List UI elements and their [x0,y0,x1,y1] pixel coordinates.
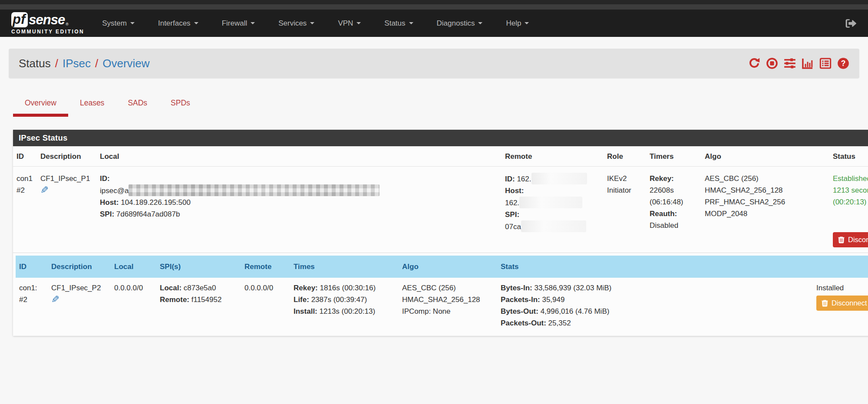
cell-role: IKEv2 Initiator [604,167,646,253]
panel-title: IPsec Status [13,130,868,146]
stop-icon[interactable] [766,57,778,69]
child-sa-container-row: ID Description Local SPI(s) Remote Times… [13,253,868,336]
cell-algo: AES_CBC (256) HMAC_SHA2_256_128 PRF_HMAC… [701,167,829,253]
chevron-down-icon [310,22,314,24]
ike-sa-row: con1 #2 CF1_IPsec_P1 ✎ ID: ipsec@a Host:… [13,167,868,253]
help-icon[interactable]: ? [837,57,849,69]
ike-header-row: ID Description Local Remote Role Timers … [13,146,868,167]
disconnect-button[interactable]: Disconnect [816,296,868,311]
cell-remote: 0.0.0.0/0 [241,278,290,333]
logo-pf: pf [11,12,28,27]
nav-menu: System Interfaces Firewall Services VPN … [90,10,541,37]
child-header-row: ID Description Local SPI(s) Remote Times… [16,256,868,278]
nav-item-diagnostics[interactable]: Diagnostics [425,10,495,37]
ipsec-status-panel: IPsec Status ID Description Local Remote… [13,130,868,336]
cell-timers: Rekey: 22608s (06:16:48) Reauth: Disable… [646,167,701,253]
col-blank [813,256,868,278]
breadcrumb-section: Status [19,57,51,70]
chevron-down-icon [356,22,361,24]
breadcrumb-link-overview[interactable]: Overview [102,57,149,70]
child-sa-table: ID Description Local SPI(s) Remote Times… [16,256,868,333]
col-id: ID [13,146,37,167]
logo-sense: sense [29,13,65,26]
cell-algo: AES_CBC (256) HMAC_SHA2_256_128 IPComp: … [399,278,497,333]
col-status: Status [829,146,868,167]
cell-stats: Bytes-In: 33,586,939 (32.03 MiB) Packets… [497,278,813,333]
trash-icon [822,299,828,307]
col-times: Times [290,256,399,278]
breadcrumb-bar: Status / IPsec / Overview ? [9,49,859,78]
window-title-strip [0,4,868,10]
edit-pencil-icon[interactable]: ✎ [51,295,59,305]
cell-times: Rekey: 1816s (00:30:16) Life: 2387s (00:… [290,278,399,333]
logout-icon[interactable] [845,18,857,29]
edit-pencil-icon[interactable]: ✎ [40,185,49,195]
tab-overview[interactable]: Overview [13,94,68,117]
cell-local: 0.0.0.0/0 [111,278,156,333]
window-top-strip [0,0,868,4]
sliders-icon[interactable] [784,57,796,69]
nav-item-help[interactable]: Help [494,10,541,37]
nav-item-vpn[interactable]: VPN [326,10,373,37]
main-navbar: pf sense ® COMMUNITY EDITION System Inte… [0,10,868,37]
redacted-local-id [129,184,380,196]
chevron-down-icon [251,22,255,24]
nav-item-services[interactable]: Services [267,10,326,37]
col-timers: Timers [646,146,701,167]
chevron-down-icon [194,22,198,24]
chevron-down-icon [409,22,413,24]
redacted-remote-spi [521,220,586,232]
cell-spis: Local: c873e5a0 Remote: f1154952 [156,278,241,333]
list-icon[interactable] [819,57,832,69]
col-algo: Algo [399,256,497,278]
cell-local: ID: ipsec@a Host: 104.189.226.195:500 SP… [96,167,502,253]
nav-item-interfaces[interactable]: Interfaces [146,10,210,37]
trash-icon [838,236,845,243]
cell-id: con1 #2 [13,167,37,253]
col-local: Local [111,256,156,278]
breadcrumb: Status / IPsec / Overview [19,57,150,70]
ike-sa-table: ID Description Local Remote Role Timers … [13,146,868,336]
breadcrumb-separator: / [95,57,98,70]
cell-remote: ID: 162. Host: 162. SPI: 07ca [502,167,604,253]
col-algo: Algo [701,146,829,167]
pfsense-logo[interactable]: pf sense ® COMMUNITY EDITION [11,12,84,35]
col-description: Description [37,146,96,167]
chevron-down-icon [525,22,529,24]
cell-status: Established 1213 seconds (00:20:13) Disc… [829,167,868,253]
breadcrumb-link-ipsec[interactable]: IPsec [63,57,91,70]
refresh-icon[interactable] [748,57,760,69]
logo-registered-mark: ® [66,22,69,26]
col-remote: Remote [502,146,604,167]
tab-spds[interactable]: SPDs [159,94,202,117]
bar-chart-icon[interactable] [802,57,814,69]
disconnect-button[interactable]: Disconnect [833,232,868,247]
nav-item-status[interactable]: Status [373,10,425,37]
tab-sads[interactable]: SADs [116,94,159,117]
ipsec-tabs: Overview Leases SADs SPDs [13,94,868,117]
child-sa-row: con1: #2 CF1_IPsec_P2 ✎ 0.0.0.0/0 Local:… [16,278,868,333]
col-remote: Remote [241,256,290,278]
nav-item-system[interactable]: System [90,10,146,37]
cell-id: con1: #2 [16,278,48,333]
chevron-down-icon [130,22,135,24]
tab-leases[interactable]: Leases [68,94,116,117]
col-role: Role [604,146,646,167]
breadcrumb-separator: / [55,57,58,70]
redacted-remote-host [519,197,582,208]
col-stats: Stats [497,256,813,278]
col-spis: SPI(s) [156,256,241,278]
chevron-down-icon [478,22,482,24]
col-description: Description [48,256,111,278]
page-action-icons: ? [748,57,849,69]
cell-description: CF1_IPsec_P2 ✎ [48,278,111,333]
nav-item-firewall[interactable]: Firewall [210,10,267,37]
col-id: ID [16,256,48,278]
svg-text:?: ? [841,59,846,68]
col-local: Local [96,146,502,167]
logo-edition: COMMUNITY EDITION [11,29,84,35]
cell-description: CF1_IPsec_P1 ✎ [37,167,96,253]
redacted-remote-id [531,173,587,184]
cell-status: Installed Disconnect [813,278,868,333]
